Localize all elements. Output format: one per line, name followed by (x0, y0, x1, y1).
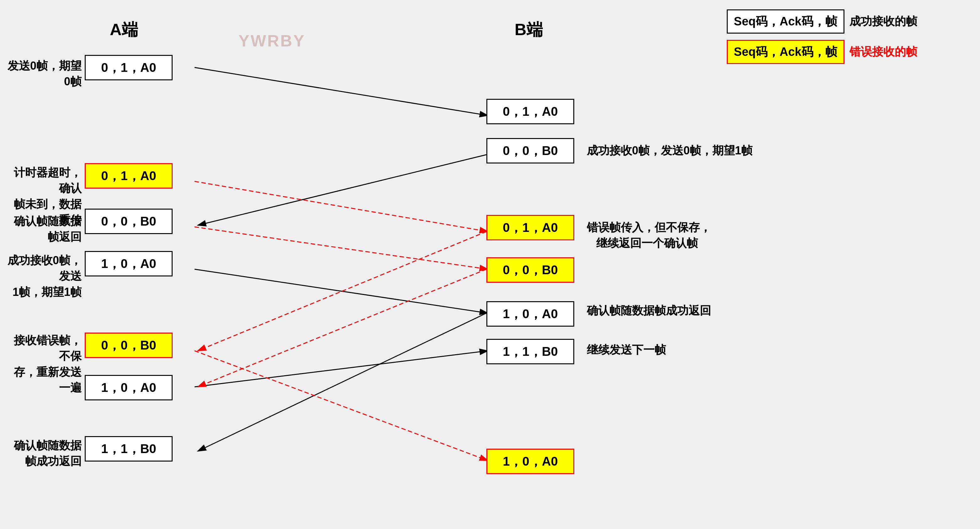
label-r4: 继续发送下一帧 (587, 342, 666, 358)
header-b: B端 (515, 19, 543, 41)
label-r2: 错误帧传入，但不保存， 继续返回一个确认帧 (587, 220, 711, 251)
watermark: YWRBY (239, 32, 305, 50)
main-container: A端 B端 YWRBY Seq码，Ack码，帧 成功接收的帧 Seq码，Ack码… (0, 0, 980, 529)
frame-a7: 1，1，B0 (85, 436, 173, 462)
frame-a2: 0，1，A0 (85, 163, 173, 189)
label-l6: 确认帧随数据帧成功返回 (6, 438, 81, 469)
svg-line-5 (194, 181, 488, 232)
frame-b1: 0，1，A0 (487, 99, 574, 124)
svg-line-2 (194, 269, 488, 313)
frame-b7: 1，0，A0 (487, 449, 574, 474)
label-l5: 接收错误帧，不保存，重新发送一遍 (6, 333, 81, 396)
svg-line-9 (194, 351, 488, 461)
frame-b3: 0，1，A0 (487, 215, 574, 240)
frame-b4: 0，0，B0 (487, 257, 574, 283)
label-l3: 确认帧随数据帧返回 (6, 213, 81, 245)
frame-a6: 1，0，A0 (85, 375, 173, 400)
svg-line-3 (198, 313, 487, 451)
frame-a5: 0，0，B0 (85, 333, 173, 358)
label-l1: 发送0帧，期望0帧 (6, 58, 81, 90)
legend-error-label: 错误接收的帧 (850, 44, 917, 60)
frame-a4: 1，0，A0 (85, 251, 173, 276)
frame-a1: 0，1，A0 (85, 55, 173, 80)
frame-a3: 0，0，B0 (85, 209, 173, 234)
svg-line-1 (198, 155, 487, 225)
header-a: A端 (110, 19, 138, 41)
frame-b6: 1，1，B0 (487, 339, 574, 364)
frame-b2: 0，0，B0 (487, 138, 574, 164)
legend-normal-box: Seq码，Ack码，帧 (727, 10, 845, 33)
svg-line-7 (198, 232, 487, 351)
label-l4: 成功接收0帧，发送1帧，期望1帧 (6, 253, 81, 300)
legend-error-box: Seq码，Ack码，帧 (727, 40, 845, 64)
frame-b5: 1，0，A0 (487, 301, 574, 327)
label-r3: 确认帧随数据帧成功返回 (587, 303, 711, 318)
svg-line-0 (194, 67, 488, 116)
svg-line-6 (194, 227, 488, 269)
svg-line-8 (198, 269, 487, 387)
legend-normal: Seq码，Ack码，帧 成功接收的帧 Seq码，Ack码，帧 错误接收的帧 (727, 10, 917, 64)
legend-normal-label: 成功接收的帧 (850, 14, 917, 29)
svg-line-4 (194, 351, 488, 387)
label-r1: 成功接收0帧，发送0帧，期望1帧 (587, 143, 752, 159)
